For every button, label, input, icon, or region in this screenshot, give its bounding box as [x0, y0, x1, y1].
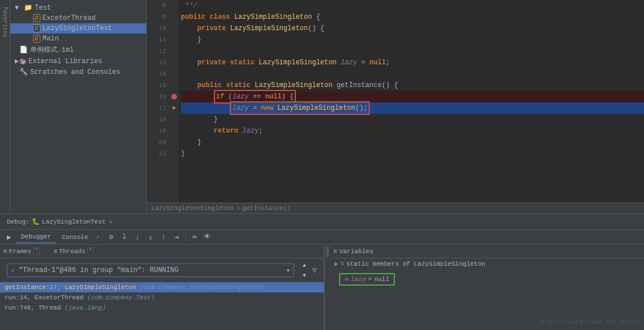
gutter-19 [170, 125, 179, 137]
code-line-9: public class LazySimpleSingleton { [181, 11, 644, 23]
code-content[interactable]: **/ public class LazySimpleSingleton { p… [179, 0, 644, 203]
code-line-19: return lazy; [181, 125, 644, 137]
thread-up-button[interactable]: ▲ [300, 261, 309, 270]
tree-label-test: Test [35, 4, 51, 12]
tree-item-main[interactable]: C Main [10, 34, 146, 44]
current-line-arrow: ➤ [172, 104, 176, 113]
line-num-9: 9 [150, 11, 166, 23]
debug-content: ≡ Frames * ≡ Threads * ✓ "Thread-1"@486 … [0, 245, 644, 330]
lazy-loop-icon: ∞ [345, 276, 349, 283]
module-icon: 📄 [19, 46, 28, 54]
gutter-14 [170, 68, 179, 80]
debug-tab-close[interactable]: ✕ [108, 218, 114, 225]
frame-item-2[interactable]: run:748, Thread (java.lang) [0, 303, 324, 313]
frames-panel: ≡ Frames * ≡ Threads * ✓ "Thread-1"@486 … [0, 245, 324, 330]
thread-dropdown-icon[interactable]: ▾ [286, 266, 290, 275]
debug-icon: 🐛 [32, 218, 40, 225]
frame-item-1[interactable]: run:14, ExcetorThread (com.company.Test) [0, 292, 324, 303]
favorites-label[interactable]: Favorites [1, 2, 9, 42]
toolbar-sep-2 [185, 233, 186, 242]
scrollbar-thumb[interactable] [326, 246, 329, 257]
tree-label-excetor: ExcetorThread [43, 14, 96, 22]
code-line-13: private static LazySimpleSingleton lazy … [181, 57, 644, 68]
line-num-13: 13 [150, 57, 166, 68]
tree-item-lazy-test[interactable]: C LazySingletonTest [10, 23, 146, 34]
frame-method-2: run:748, Thread (java.lang) [5, 304, 106, 311]
breadcrumb: LazySingletonSingleton › getInstance() [147, 203, 644, 213]
gutter-15 [170, 80, 179, 91]
show-execution-point-button[interactable]: ⊙ [106, 232, 117, 243]
tree-item-ext-lib[interactable]: ▶ 📚 External Libraries [10, 56, 146, 67]
frames-label: Frames [9, 248, 32, 255]
run-to-cursor-button[interactable]: ⇥ [171, 232, 183, 243]
scratch-icon: 🔧 [19, 68, 28, 76]
code-line-10: private LazySimpleSingleton() { [181, 23, 644, 34]
frames-header: ≡ Frames * ≡ Threads * [0, 245, 324, 258]
line-num-15: 15 [150, 80, 166, 91]
frames-icon: ≡ [3, 248, 7, 255]
static-label: s [341, 261, 344, 267]
thread-check-icon: ✓ [11, 266, 15, 275]
watches-button[interactable]: 👁 [202, 232, 213, 243]
var-item-static[interactable]: ▶ s static members of LazySimpleSingleto… [330, 258, 644, 269]
ext-lib-icon: 📚 [19, 58, 26, 65]
thread-filter-button[interactable]: ▽ [309, 265, 320, 276]
tree-item-iml[interactable]: 📄 单例模式.iml [10, 44, 146, 56]
step-out-button[interactable]: ↑ [158, 232, 170, 243]
tab-debugger[interactable]: Debugger [16, 231, 56, 244]
var-item-lazy[interactable]: ∞ lazy = null [330, 269, 644, 290]
code-line-11: } [181, 34, 644, 46]
breadcrumb-class: LazySingletonSingleton [151, 205, 234, 212]
breakpoint-marker[interactable] [171, 94, 177, 100]
code-line-15: public static LazySimpleSingleton getIns… [181, 80, 644, 91]
frames-scrollbar[interactable] [324, 245, 330, 330]
tree-item-scratches[interactable]: 🔧 Scratches and Consoles [10, 67, 146, 77]
threads-label: Threads [59, 248, 85, 255]
thread-selector[interactable]: ✓ "Thread-1"@486 in group "main": RUNNIN… [7, 263, 294, 277]
breadcrumb-method: getInstance() [242, 205, 291, 212]
gutter-18 [170, 114, 179, 125]
side-panel: Favorites [0, 0, 10, 213]
evaluate-button[interactable]: ⌨ [189, 232, 200, 243]
frames-settings[interactable]: * [33, 248, 40, 255]
gutter-20 [170, 137, 179, 148]
breadcrumb-arrow: › [236, 205, 240, 212]
frame-item-0[interactable]: getInstance:17, LazySimpleSingleton (com… [0, 282, 324, 292]
gutter-16 [170, 91, 179, 102]
line-num-10: 10 [150, 23, 166, 34]
gutter: ➤ [170, 0, 179, 203]
force-step-into-button[interactable]: ⇓ [145, 232, 156, 243]
tree-label-main: Main [43, 35, 59, 43]
gutter-12 [170, 46, 179, 57]
line-num-21: 21 [150, 148, 166, 159]
debug-tab-label: LazySingletonTest [42, 218, 106, 225]
tree-label-lazy-test: LazySingletonTest [43, 24, 112, 32]
tree-item-excetor[interactable]: C ExcetorThread [10, 13, 146, 23]
step-into-button[interactable]: ↓ [132, 232, 143, 243]
code-line-8: **/ [181, 0, 644, 11]
resume-button[interactable]: ▶ [3, 232, 15, 243]
variables-panel: ≡ Variables ▶ s static members of LazySi… [330, 245, 644, 330]
debug-tab-bar: Debug: 🐛 LazySingletonTest ✕ [0, 214, 644, 230]
tab-console[interactable]: Console [57, 232, 93, 243]
tree-label-scratches: Scratches and Consoles [30, 68, 120, 76]
gutter-8 [170, 0, 179, 11]
thread-down-button[interactable]: ▼ [300, 271, 309, 280]
watermark: https://blog.csdn.net/hyyya [538, 319, 639, 325]
code-line-16: if (lazy == null) { [181, 91, 644, 102]
project-tree: ▼ 📁 Test C ExcetorThread C LazySingleton… [10, 0, 147, 213]
line-num-19: 19 [150, 125, 166, 137]
frames-title: ≡ Frames * [3, 248, 40, 255]
tree-item-test[interactable]: ▼ 📁 Test [10, 2, 146, 13]
threads-settings[interactable]: * [87, 248, 94, 255]
console-redirect-icon: ↗ [96, 233, 100, 241]
step-over-button[interactable]: ⤵ [119, 232, 130, 243]
folder-icon: 📁 [24, 3, 32, 12]
variables-header: ≡ Variables [330, 245, 644, 258]
threads-icon: ≡ [53, 248, 57, 255]
debug-toolbar: ▶ Debugger Console ↗ ⊙ ⤵ ↓ ⇓ ↑ ⇥ ⌨ 👁 [0, 230, 644, 245]
code-line-12 [181, 46, 644, 57]
line-numbers: 8 9 10 11 12 13 14 15 16 17 18 19 20 21 [147, 0, 170, 203]
class-icon-main: C [33, 35, 40, 43]
line-num-12: 12 [150, 46, 166, 57]
